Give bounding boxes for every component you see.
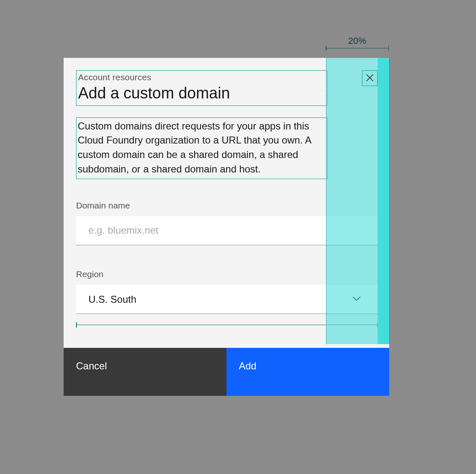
modal-body: Account resources Add a custom domain Cu… [64,58,389,348]
close-icon [366,74,374,83]
measurement-label: 20% [326,36,389,46]
modal-eyebrow: Account resources [78,72,326,82]
modal-footer: Cancel Add [64,348,389,396]
modal-title: Add a custom domain [78,84,326,103]
modal-description: Custom domains direct requests for your … [78,119,325,177]
spec-guide-line [389,58,390,344]
add-button[interactable]: Add [226,348,389,396]
measurement-annotation: 20% [326,36,389,53]
cancel-button[interactable]: Cancel [64,348,226,396]
add-domain-modal: Account resources Add a custom domain Cu… [64,58,389,396]
close-button[interactable] [362,70,378,86]
measurement-bracket [326,48,389,53]
region-select[interactable]: U.S. South [76,285,378,314]
modal-description-box: Custom domains direct requests for your … [76,117,328,179]
region-label: Region [76,269,377,279]
modal-header: Account resources Add a custom domain [76,70,328,106]
region-field: Region U.S. South [76,269,377,330]
domain-name-input[interactable] [76,216,378,245]
domain-name-field: Domain name [76,201,377,245]
domain-name-label: Domain name [76,201,377,211]
region-select-wrap: U.S. South [76,285,378,314]
width-measurement-bracket [76,325,378,330]
